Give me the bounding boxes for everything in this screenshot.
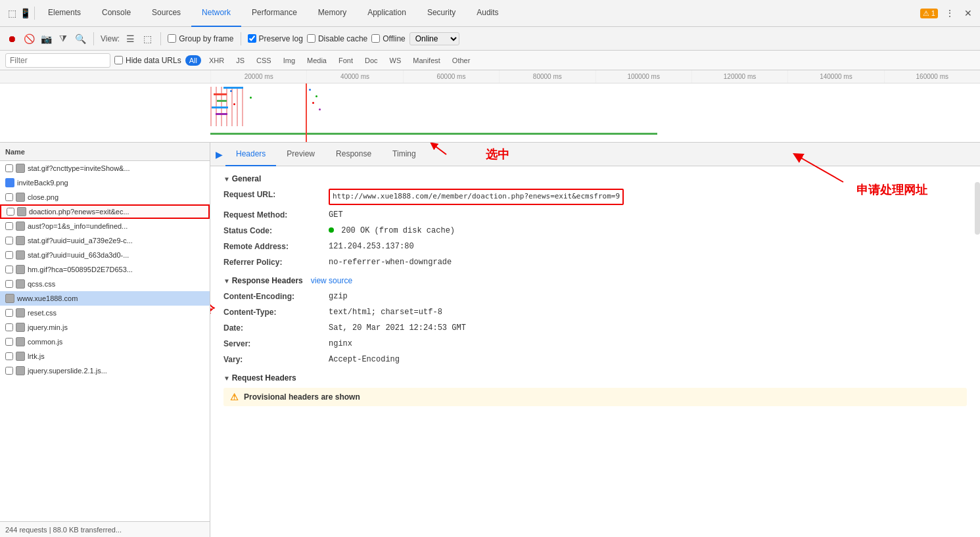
request-headers-title[interactable]: Request Headers	[223, 373, 967, 383]
list-item[interactable]: stat.gif?cncttype=inviteShow&...	[0, 161, 210, 175]
view-waterfall-icon[interactable]: ⬚	[141, 32, 154, 45]
ruler-mark-8: 160000 ms	[884, 70, 980, 83]
ruler-mark-3: 60000 ms	[403, 70, 499, 83]
file-checkbox[interactable]	[5, 309, 13, 317]
tab-response[interactable]: Response	[325, 143, 382, 166]
right-scrollbar[interactable]	[975, 182, 980, 235]
filter-doc-btn[interactable]: Doc	[361, 55, 382, 66]
filter-input[interactable]	[5, 53, 110, 68]
devtools-device-icon[interactable]: 📱	[18, 7, 32, 20]
filter-font-btn[interactable]: Font	[335, 55, 357, 66]
tab-sources[interactable]: Sources	[141, 0, 191, 27]
tab-memory[interactable]: Memory	[308, 0, 357, 27]
group-by-frame-checkbox[interactable]: Group by frame	[168, 34, 233, 43]
file-checkbox[interactable]	[5, 323, 13, 331]
content-encoding-row: Content-Encoding: gzip	[223, 291, 967, 302]
panel-tabs: ▶ Headers Preview Response Timing 选中	[210, 143, 980, 166]
filter-other-btn[interactable]: Other	[448, 55, 475, 66]
offline-checkbox[interactable]: Offline	[371, 34, 405, 43]
filter-xhr-btn[interactable]: XHR	[205, 55, 228, 66]
filter-css-btn[interactable]: CSS	[252, 55, 275, 66]
file-name: reset.css	[28, 309, 57, 317]
vary-value: Accept-Encoding	[329, 354, 400, 365]
tab-performance[interactable]: Performance	[241, 0, 308, 27]
tab-console[interactable]: Console	[91, 0, 141, 27]
list-item[interactable]: close.png	[0, 190, 210, 204]
hide-data-urls-checkbox[interactable]: Hide data URLs	[114, 56, 181, 65]
list-item[interactable]: jquery.min.js	[0, 320, 210, 335]
file-checkbox[interactable]	[7, 208, 14, 216]
list-item[interactable]: aust?op=1&s_info=undefined...	[0, 219, 210, 233]
tab-preview[interactable]: Preview	[276, 143, 325, 166]
request-method-value: GET	[329, 209, 343, 221]
offline-input[interactable]	[371, 34, 380, 43]
filter-manifest-btn[interactable]: Manifest	[409, 55, 444, 66]
view-list-icon[interactable]: ☰	[124, 32, 137, 45]
timeline-ruler: 20000 ms 40000 ms 60000 ms 80000 ms 1000…	[0, 70, 980, 83]
list-item[interactable]: lrtk.js	[0, 349, 210, 363]
timeline-area[interactable]: 20000 ms 40000 ms 60000 ms 80000 ms 1000…	[0, 70, 980, 143]
file-type-icon	[16, 250, 25, 260]
tab-audits[interactable]: Audits	[466, 0, 509, 27]
content-type-row: Content-Type: text/html; charset=utf-8	[223, 306, 967, 318]
file-checkbox[interactable]	[5, 352, 13, 360]
filter-ws-btn[interactable]: WS	[386, 55, 406, 66]
file-list[interactable]: stat.gif?cncttype=inviteShow&... inviteB…	[0, 161, 210, 521]
list-item[interactable]: stat.gif?uuid=uuid_a739e2e9-c...	[0, 233, 210, 248]
devtools-select-icon[interactable]: ⬚	[5, 7, 18, 20]
preserve-log-checkbox[interactable]: Preserve log	[248, 34, 303, 43]
disable-cache-input[interactable]	[307, 34, 315, 43]
tab-timing[interactable]: Timing	[382, 143, 427, 166]
list-item[interactable]: jquery.superslide.2.1.js...	[0, 363, 210, 378]
more-options-icon[interactable]: ⋮	[943, 7, 956, 20]
referrer-policy-row: Referrer Policy: no-referrer-when-downgr…	[223, 256, 967, 268]
vary-row: Vary: Accept-Encoding	[223, 354, 967, 365]
file-checkbox[interactable]	[5, 280, 13, 288]
file-checkbox[interactable]	[5, 338, 13, 346]
filter-media-btn[interactable]: Media	[303, 55, 331, 66]
group-by-frame-input[interactable]	[168, 34, 176, 43]
file-type-icon	[16, 222, 25, 231]
stop-button[interactable]: 🚫	[22, 32, 35, 45]
request-url-value[interactable]: http://www.xue1888.com/e/member/doaction…	[329, 189, 624, 205]
hide-data-urls-input[interactable]	[114, 56, 123, 64]
file-checkbox[interactable]	[5, 222, 13, 230]
headers-content[interactable]: General Request URL: http://www.xue1888.…	[210, 166, 980, 537]
list-item[interactable]: common.js	[0, 335, 210, 349]
list-item-doaction[interactable]: doaction.php?enews=exit&ec...	[0, 204, 210, 219]
file-checkbox[interactable]	[5, 266, 13, 273]
record-button[interactable]: ⏺	[5, 32, 18, 45]
content-type-value: text/html; charset=utf-8	[329, 306, 442, 318]
tab-network[interactable]: Network	[191, 0, 241, 27]
tab-headers[interactable]: Headers	[225, 143, 276, 166]
general-section-title[interactable]: General	[223, 174, 967, 183]
view-source-link[interactable]: view source	[311, 276, 352, 285]
camera-button[interactable]: 📷	[39, 32, 53, 45]
warning-badge[interactable]: ⚠ 1	[920, 9, 938, 18]
search-icon[interactable]: 🔍	[74, 32, 87, 45]
filter-all-btn[interactable]: All	[185, 55, 201, 66]
list-item[interactable]: inviteBack9.png	[0, 175, 210, 190]
list-item[interactable]: stat.gif?uuid=uuid_663da3d0-...	[0, 248, 210, 262]
file-checkbox[interactable]	[5, 367, 13, 375]
tab-elements[interactable]: Elements	[37, 0, 91, 27]
file-checkbox[interactable]	[5, 237, 13, 245]
file-checkbox[interactable]	[5, 193, 13, 201]
tab-application[interactable]: Application	[357, 0, 417, 27]
file-checkbox[interactable]	[5, 164, 13, 172]
filter-js-btn[interactable]: JS	[232, 55, 248, 66]
filter-icon[interactable]: ⧩	[57, 32, 70, 45]
disable-cache-checkbox[interactable]: Disable cache	[307, 34, 367, 43]
preserve-log-input[interactable]	[248, 34, 256, 43]
file-checkbox[interactable]	[5, 251, 13, 259]
response-headers-title[interactable]: Response Headers	[223, 276, 303, 285]
list-item-selected[interactable]: www.xue1888.com	[0, 291, 210, 306]
list-item[interactable]: qcss.css	[0, 277, 210, 291]
list-item[interactable]: hm.gif?hca=050895D2E7D653...	[0, 262, 210, 277]
list-item[interactable]: reset.css	[0, 306, 210, 320]
close-devtools-icon[interactable]: ✕	[962, 7, 975, 20]
tab-security[interactable]: Security	[417, 0, 466, 27]
annotation-arrow-svg	[446, 145, 486, 164]
throttle-select[interactable]: Online Fast 3G Slow 3G Offline	[409, 32, 459, 45]
filter-img-btn[interactable]: Img	[279, 55, 299, 66]
